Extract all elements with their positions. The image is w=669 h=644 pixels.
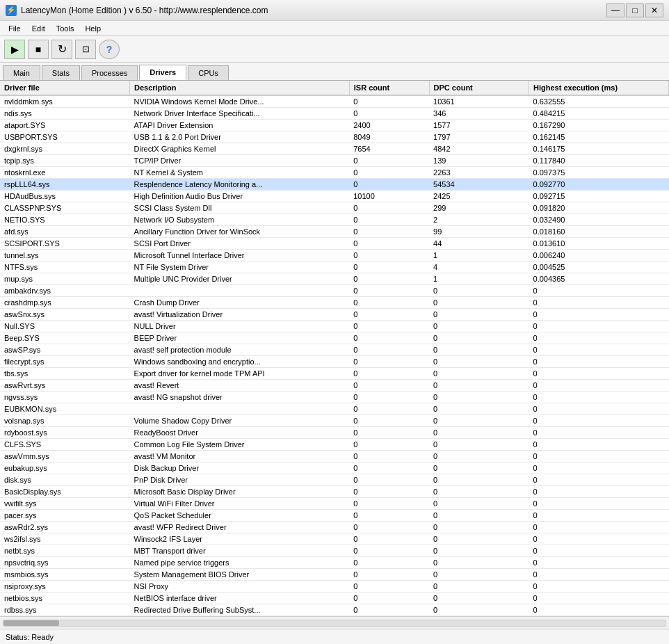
menu-bar: File Edit Tools Help: [0, 21, 669, 36]
table-row[interactable]: aswRdr2.sysavast! WFP Redirect Driver000: [0, 522, 669, 533]
table-row[interactable]: aswVmm.sysavast! VM Monitor000: [0, 451, 669, 462]
table-row[interactable]: NTFS.sysNT File System Driver040.004525: [0, 261, 669, 273]
table-row[interactable]: aswSnx.sysavast! Virtualization Driver00…: [0, 309, 669, 321]
tab-cpus[interactable]: CPUs: [188, 65, 229, 80]
help-button[interactable]: ?: [99, 40, 120, 59]
tabs-bar: Main Stats Processes Drivers CPUs: [0, 63, 669, 81]
col-header-exec[interactable]: Highest execution (ms): [529, 81, 669, 95]
main-content: Driver file Description ISR count DPC co…: [0, 81, 669, 629]
table-row[interactable]: ntoskrnl.exeNT Kernel & System022630.097…: [0, 167, 669, 179]
table-row[interactable]: nvlddmkm.sysNVIDIA Windows Kernel Mode D…: [0, 95, 669, 108]
status-bar: Status: Ready: [0, 629, 669, 644]
table-row[interactable]: crashdmp.sysCrash Dump Driver000: [0, 297, 669, 309]
play-button[interactable]: ▶: [4, 40, 25, 59]
table-row[interactable]: tcpip.sysTCP/IP Driver01390.117840: [0, 155, 669, 167]
table-header-row: Driver file Description ISR count DPC co…: [0, 81, 669, 95]
driver-table: Driver file Description ISR count DPC co…: [0, 81, 669, 616]
minimize-button[interactable]: —: [606, 3, 624, 17]
table-row[interactable]: EUBKMON.sys000: [0, 403, 669, 415]
table-row[interactable]: Null.SYSNULL Driver000: [0, 321, 669, 332]
table-row[interactable]: ataport.SYSATAPI Driver Extension2400157…: [0, 120, 669, 131]
tab-drivers[interactable]: Drivers: [139, 65, 186, 80]
menu-help[interactable]: Help: [79, 23, 106, 34]
table-row[interactable]: Beep.SYSBEEP Driver000: [0, 332, 669, 344]
scrollbar-thumb[interactable]: [3, 620, 59, 626]
table-row[interactable]: volsnap.sysVolume Shadow Copy Driver000: [0, 415, 669, 427]
table-row[interactable]: ngvss.sysavast! NG snapshot driver000: [0, 392, 669, 403]
window-title: LatencyMon (Home Edition ) v 6.50 - http…: [21, 6, 268, 15]
driver-table-container[interactable]: Driver file Description ISR count DPC co…: [0, 81, 669, 616]
table-row[interactable]: CLASSPNP.SYSSCSI Class System Dll02990.0…: [0, 202, 669, 214]
table-row[interactable]: pacer.sysQoS Packet Scheduler000: [0, 510, 669, 522]
table-row[interactable]: disk.sysPnP Disk Driver000: [0, 474, 669, 486]
table-row[interactable]: netbt.sysMBT Transport driver000: [0, 545, 669, 557]
horizontal-scrollbar[interactable]: [0, 616, 669, 629]
table-row[interactable]: msmbios.sysSystem Management BIOS Driver…: [0, 569, 669, 581]
menu-tools[interactable]: Tools: [51, 23, 80, 34]
table-row[interactable]: afd.sysAncillary Function Driver for Win…: [0, 226, 669, 238]
scrollbar-track[interactable]: [3, 620, 666, 627]
tab-main[interactable]: Main: [3, 65, 40, 80]
table-row[interactable]: vwifilt.sysVirtual WiFi Filter Driver000: [0, 498, 669, 510]
table-row[interactable]: BasicDisplay.sysMicrosoft Basic Display …: [0, 486, 669, 498]
table-row[interactable]: ws2ifsl.sysWinsock2 IFS Layer000: [0, 533, 669, 545]
col-header-dpc[interactable]: DPC count: [429, 81, 529, 95]
tab-processes[interactable]: Processes: [81, 65, 138, 80]
table-row[interactable]: USBPORT.SYSUSB 1.1 & 2.0 Port Driver8049…: [0, 131, 669, 143]
table-row[interactable]: SCSIPORT.SYSSCSI Port Driver0440.013610: [0, 238, 669, 250]
table-row[interactable]: NETIO.SYSNetwork I/O Subsystem020.032490: [0, 214, 669, 226]
col-header-driver[interactable]: Driver file: [0, 81, 130, 95]
table-row[interactable]: HDAudBus.sysHigh Definition Audio Bus Dr…: [0, 191, 669, 202]
window-controls: — □ ✕: [606, 3, 663, 17]
screenshot-button[interactable]: ⊡: [75, 40, 96, 59]
menu-edit[interactable]: Edit: [26, 23, 51, 34]
toolbar: ▶ ■ ↻ ⊡ ?: [0, 36, 669, 63]
table-row[interactable]: filecrypt.sysWindows sandboxing and encr…: [0, 356, 669, 368]
table-row[interactable]: tbs.sysExport driver for kernel mode TPM…: [0, 368, 669, 380]
close-button[interactable]: ✕: [645, 3, 663, 17]
table-row[interactable]: rspLLL64.sysResplendence Latency Monitor…: [0, 179, 669, 191]
table-row[interactable]: aswRvrt.sysavast! Revert000: [0, 380, 669, 392]
table-row[interactable]: mup.sysMultiple UNC Provider Driver010.0…: [0, 273, 669, 285]
tab-stats[interactable]: Stats: [42, 65, 80, 80]
table-row[interactable]: rdyboost.sysReadyBoost Driver000: [0, 427, 669, 439]
menu-file[interactable]: File: [3, 23, 26, 34]
stop-button[interactable]: ■: [28, 40, 49, 59]
table-row[interactable]: nsiproxy.sysNSI Proxy000: [0, 581, 669, 593]
table-row[interactable]: CLFS.SYSCommon Log File System Driver000: [0, 439, 669, 451]
title-bar: ⚡ LatencyMon (Home Edition ) v 6.50 - ht…: [0, 0, 669, 21]
table-row[interactable]: netbios.sysNetBIOS interface driver000: [0, 593, 669, 604]
table-row[interactable]: npsvctriq.sysNamed pipe service triggers…: [0, 557, 669, 569]
maximize-button[interactable]: □: [626, 3, 644, 17]
table-row[interactable]: tunnel.sysMicrosoft Tunnel Interface Dri…: [0, 250, 669, 261]
col-header-isr[interactable]: ISR count: [349, 81, 429, 95]
status-text: Status: Ready: [6, 633, 54, 641]
table-row[interactable]: rdbss.sysRedirected Drive Buffering SubS…: [0, 604, 669, 616]
table-row[interactable]: eubakup.sysDisk Backup Driver000: [0, 462, 669, 474]
table-row[interactable]: dxgkrnl.sysDirectX Graphics Kernel765448…: [0, 143, 669, 155]
table-row[interactable]: ndis.sysNetwork Driver Interface Specifi…: [0, 108, 669, 120]
table-row[interactable]: aswSP.sysavast! self protection module00…: [0, 344, 669, 356]
app-icon: ⚡: [6, 5, 17, 16]
table-row[interactable]: ambakdrv.sys000: [0, 285, 669, 297]
refresh-button[interactable]: ↻: [51, 40, 72, 59]
col-header-desc[interactable]: Description: [130, 81, 350, 95]
